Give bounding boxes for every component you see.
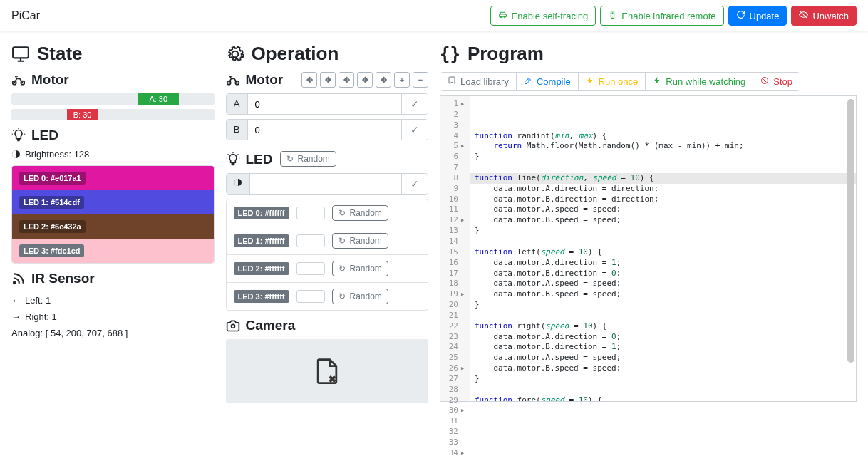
state-led-badge: LED 2: #6e432a	[19, 220, 86, 233]
car-icon	[498, 10, 507, 21]
brightness-input-group: ✓	[226, 173, 429, 195]
op-led-badge: LED 0: #ffffff	[234, 207, 289, 219]
remote-icon	[608, 10, 617, 21]
svg-line-16	[763, 79, 767, 83]
code-editor[interactable]: 1▸2345▸6789101112▸13141516171819▸2021222…	[440, 95, 857, 402]
motor-a-submit[interactable]: ✓	[401, 94, 428, 114]
op-motor-heading: Motor ✥ ✥ ✥ ✥ ✥ + −	[226, 72, 429, 88]
unwatch-button[interactable]: Unwatch	[791, 6, 857, 26]
svg-rect-3	[611, 11, 614, 19]
rss-icon	[11, 271, 26, 286]
motor-dir-3-button[interactable]: ✥	[339, 72, 354, 88]
state-led-list: LED 0: #e017a1LED 1: #514cdfLED 2: #6e43…	[11, 165, 215, 264]
state-column: State Motor A: 30 B: 30 LED Brightness: …	[6, 37, 220, 403]
state-led-badge: LED 3: #fdc1cd	[19, 244, 84, 257]
camera-placeholder	[226, 339, 429, 403]
brightness-label: Brightness: 128	[11, 149, 215, 160]
brightness-icon	[234, 178, 242, 187]
state-heading: State	[11, 43, 215, 65]
operation-led-list: LED 0: #ffffff ↻ Random LED 1: #ffffff ↻…	[226, 199, 429, 311]
ir-left: ←Left: 1	[11, 292, 215, 309]
program-heading: {} Program	[440, 43, 857, 65]
op-led-color-input[interactable]	[296, 234, 325, 247]
led-icon	[11, 128, 26, 142]
enable-self-tracing-button[interactable]: Enable self-tracing	[490, 6, 596, 26]
refresh-icon: ↻	[339, 208, 346, 218]
broken-file-icon	[311, 356, 343, 387]
motor-dir-4-button[interactable]: ✥	[357, 72, 373, 88]
op-led-row: LED 0: #ffffff ↻ Random	[227, 200, 428, 227]
motor-a-progress: A: 30	[11, 93, 215, 105]
operation-heading: Operation	[226, 43, 429, 65]
motor-b-submit[interactable]: ✓	[401, 120, 428, 140]
stop-icon	[760, 76, 769, 87]
operation-column: Operation Motor ✥ ✥ ✥ ✥ ✥ + − A ✓ B ✓	[220, 37, 435, 403]
motor-b-input-group: B ✓	[226, 119, 429, 140]
refresh-icon	[736, 10, 745, 21]
motor-a-input[interactable]	[248, 94, 402, 114]
motor-plus-button[interactable]: +	[394, 72, 410, 88]
motor-dir-2-button[interactable]: ✥	[320, 72, 336, 88]
brightness-icon	[11, 150, 21, 159]
monitor-icon	[11, 45, 30, 63]
compile-button[interactable]: Compile	[517, 73, 579, 90]
random-all-button[interactable]: ↻ Random	[280, 151, 336, 167]
load-library-button[interactable]: Load library	[440, 73, 517, 90]
program-column: {} Program Load library Compile Run once…	[434, 37, 862, 403]
editor-scrollbar[interactable]	[847, 99, 854, 398]
op-led-color-input[interactable]	[296, 262, 325, 275]
motor-minus-button[interactable]: −	[413, 72, 428, 88]
enable-infrared-button[interactable]: Enable infrared remote	[600, 6, 723, 26]
motorcycle-icon	[226, 73, 240, 87]
svg-point-4	[612, 13, 613, 14]
op-led-random-button[interactable]: ↻ Random	[332, 289, 388, 304]
motor-a-prefix: A	[227, 94, 248, 114]
brightness-input[interactable]	[250, 174, 402, 194]
led-icon	[226, 152, 240, 167]
bolt-icon	[653, 76, 661, 87]
op-led-random-button[interactable]: ↻ Random	[332, 205, 388, 221]
refresh-icon: ↻	[339, 264, 346, 274]
app-title: PiCar	[11, 9, 40, 22]
stop-button[interactable]: Stop	[753, 73, 800, 90]
motor-b-progress: B: 30	[11, 109, 215, 120]
gear-icon	[226, 45, 244, 63]
refresh-icon: ↻	[286, 154, 294, 164]
run-watch-button[interactable]: Run while watching	[646, 73, 753, 90]
state-led-row: LED 0: #e017a1	[12, 166, 214, 190]
refresh-icon: ↻	[339, 291, 346, 301]
op-led-color-input[interactable]	[296, 290, 325, 303]
motor-dir-5-button[interactable]: ✥	[376, 72, 391, 88]
camera-icon	[226, 318, 240, 333]
brightness-icon-prefix	[227, 174, 250, 194]
motor-b-input[interactable]	[248, 120, 402, 140]
op-led-random-button[interactable]: ↻ Random	[332, 261, 388, 276]
eye-off-icon	[799, 10, 808, 21]
op-led-badge: LED 3: #ffffff	[234, 290, 289, 303]
op-led-random-button[interactable]: ↻ Random	[332, 233, 388, 249]
run-once-button[interactable]: Run once	[579, 73, 646, 90]
state-led-row: LED 2: #6e432a	[12, 214, 214, 239]
motor-a-input-group: A ✓	[226, 93, 429, 115]
camera-heading: Camera	[226, 318, 429, 333]
op-led-color-input[interactable]	[296, 207, 325, 219]
state-led-heading: LED	[11, 128, 215, 143]
motorcycle-icon	[11, 73, 26, 87]
ir-right: →Right: 1	[11, 309, 215, 325]
update-button[interactable]: Update	[728, 6, 787, 26]
op-led-badge: LED 2: #ffffff	[234, 262, 289, 275]
state-led-row: LED 1: #514cdf	[12, 190, 214, 214]
hammer-icon	[524, 76, 532, 87]
motor-dir-1-button[interactable]: ✥	[301, 72, 317, 88]
op-led-row: LED 3: #ffffff ↻ Random	[227, 283, 428, 310]
motor-a-bar: A: 30	[138, 93, 179, 105]
program-toolbar: Load library Compile Run once Run while …	[440, 72, 800, 91]
arrow-left-icon: ←	[11, 295, 21, 306]
state-led-row: LED 3: #fdc1cd	[12, 239, 214, 263]
svg-point-10	[14, 282, 16, 284]
state-led-badge: LED 1: #514cdf	[19, 196, 84, 209]
state-motor-heading: Motor	[11, 72, 215, 88]
svg-rect-6	[13, 47, 29, 58]
op-led-row: LED 1: #ffffff ↻ Random	[227, 227, 428, 255]
brightness-submit[interactable]: ✓	[401, 174, 428, 194]
